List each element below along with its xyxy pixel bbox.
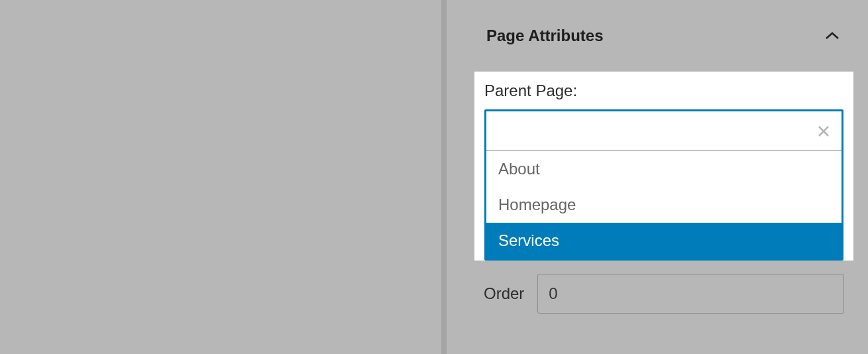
parent-page-label: Parent Page: bbox=[484, 82, 843, 100]
chevron-up-icon bbox=[823, 27, 841, 45]
order-input[interactable] bbox=[537, 274, 844, 314]
settings-sidebar: Page Attributes Parent Page: About Homep… bbox=[460, 0, 868, 354]
order-label: Order bbox=[484, 284, 524, 303]
page-attributes-title: Page Attributes bbox=[486, 27, 603, 45]
close-icon[interactable] bbox=[815, 123, 832, 140]
sidebar-gap bbox=[447, 0, 460, 354]
parent-page-field: Parent Page: About Homepage Services bbox=[474, 72, 853, 261]
parent-page-option[interactable]: Homepage bbox=[486, 187, 841, 223]
sidebar-divider bbox=[441, 0, 447, 354]
parent-page-option[interactable]: Services bbox=[486, 223, 841, 259]
parent-page-options-list: About Homepage Services bbox=[486, 151, 841, 259]
page-attributes-header[interactable]: Page Attributes bbox=[460, 0, 868, 58]
parent-page-combobox[interactable]: About Homepage Services bbox=[484, 109, 843, 261]
editor-canvas-area bbox=[0, 0, 441, 354]
order-field: Order bbox=[460, 261, 868, 314]
parent-page-search-input[interactable] bbox=[498, 111, 815, 150]
parent-page-option[interactable]: About bbox=[486, 151, 841, 187]
combobox-input-row bbox=[486, 111, 841, 151]
